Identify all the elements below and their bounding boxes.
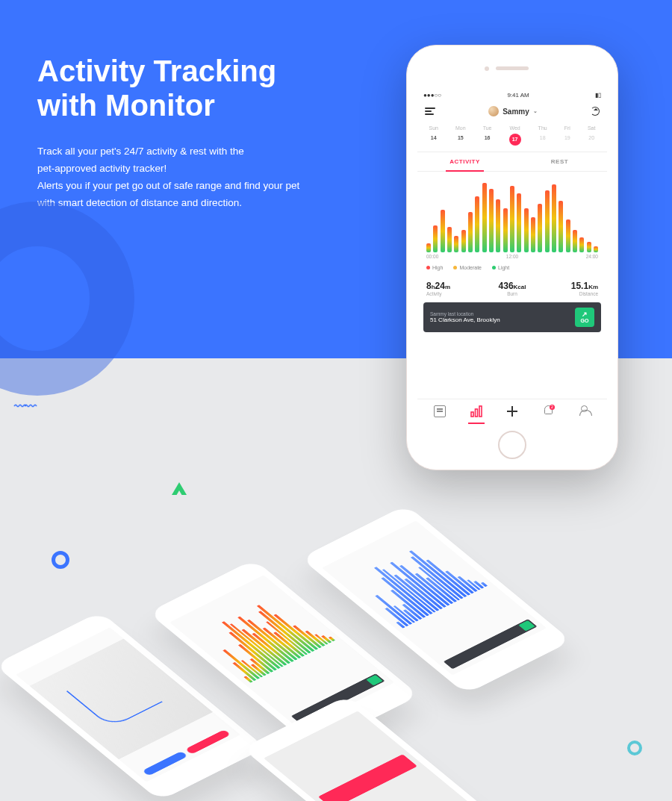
route-line-icon — [66, 665, 163, 728]
chart-bar — [454, 236, 458, 252]
activity-chart-small — [169, 575, 342, 687]
day-wed[interactable]: Wed17 — [509, 124, 521, 146]
chart-bar — [579, 237, 584, 252]
day-sat[interactable]: Sat20 — [588, 124, 596, 146]
chart-bar — [587, 242, 591, 252]
chart-bar — [517, 193, 521, 252]
day-sun[interactable]: Sun14 — [429, 124, 438, 146]
phone-mockup-main: ●●●○○ 9:41 AM ▮▯ Sammy ⌄ Sun14 Mon15 Tue… — [406, 45, 618, 470]
pet-avatar-icon — [488, 106, 499, 116]
nav-feed-icon[interactable] — [434, 405, 446, 417]
legend-light: Light — [492, 265, 509, 270]
phone-camera — [485, 66, 489, 71]
go-button-small[interactable] — [518, 620, 535, 631]
status-bar: ●●●○○ 9:41 AM ▮▯ — [417, 89, 607, 102]
go-button-small[interactable] — [366, 675, 382, 685]
battery-icon: ▮▯ — [595, 92, 601, 99]
chart-bar — [489, 189, 494, 252]
refresh-icon[interactable] — [591, 107, 600, 116]
chart-bar — [496, 199, 500, 252]
chart-bar — [468, 212, 473, 252]
app-screen: ●●●○○ 9:41 AM ▮▯ Sammy ⌄ Sun14 Mon15 Tue… — [417, 89, 607, 423]
app-header: Sammy ⌄ — [417, 102, 607, 121]
location-label: Sammy last location — [430, 311, 500, 317]
chart-x-axis: 00:0012:0024:00 — [417, 254, 607, 259]
stat-burn: 436Kcal Burn — [484, 281, 541, 296]
decor-zigzag-icon: 〰〰 — [14, 400, 35, 414]
chart-bar — [503, 208, 508, 252]
chart-bar — [552, 184, 556, 252]
legend-moderate: Moderate — [453, 265, 482, 270]
phone-home-button — [498, 431, 526, 459]
chart-bar — [594, 246, 598, 252]
menu-icon[interactable] — [425, 107, 435, 115]
stat-distance: 15.1Km Distance — [541, 281, 598, 296]
chart-bar — [573, 230, 577, 252]
alert-banner — [318, 754, 417, 801]
tab-activity[interactable]: ACTIVITY — [417, 152, 512, 171]
chart-bar — [566, 219, 570, 252]
chart-bar — [538, 204, 542, 252]
week-day-picker: Sun14 Mon15 Tue16 Wed17 Thu18 Fri19 Sat2… — [417, 121, 607, 152]
chart-bar — [524, 208, 529, 252]
pet-name-label: Sammy — [503, 107, 529, 116]
chart-bar — [433, 225, 438, 252]
location-card[interactable]: Sammy last location 51 Clarkson Ave, Bro… — [423, 302, 601, 332]
chart-bar — [531, 217, 535, 252]
stats-row: 8h24m Activity 436Kcal Burn 15.1Km Dista… — [417, 276, 607, 302]
nav-profile-icon[interactable] — [579, 405, 591, 417]
tab-bar: ACTIVITY REST — [417, 152, 607, 172]
decor-circle-blue-icon — [52, 551, 69, 569]
chart-bar — [426, 243, 431, 252]
map-view — [30, 639, 214, 760]
location-card-small — [444, 619, 538, 669]
go-button[interactable]: GO — [575, 308, 594, 327]
bottom-nav — [417, 399, 607, 423]
svg-rect-0 — [471, 412, 473, 417]
day-tue[interactable]: Tue16 — [483, 124, 492, 146]
nav-add-icon[interactable] — [506, 405, 518, 417]
tab-rest[interactable]: REST — [512, 152, 607, 171]
get-help-button[interactable] — [185, 729, 231, 755]
stat-activity: 8h24m Activity — [426, 281, 484, 296]
location-address: 51 Clarkson Ave, Brooklyn — [430, 317, 500, 323]
signal-icon: ●●●○○ — [423, 92, 441, 99]
chevron-down-icon: ⌄ — [533, 108, 538, 114]
chart-bar — [461, 230, 466, 252]
nav-chart-icon[interactable] — [470, 405, 482, 417]
chart-bar — [447, 227, 452, 252]
chart-bar — [545, 190, 550, 252]
day-thu[interactable]: Thu18 — [538, 124, 547, 146]
legend-high: High — [426, 265, 443, 270]
chart-bar — [482, 183, 487, 252]
hero-description: Track all your pet's 24/7 activity & res… — [37, 143, 336, 212]
chart-legend: High Moderate Light — [417, 259, 607, 276]
day-fri[interactable]: Fri19 — [564, 124, 570, 146]
status-time: 9:41 AM — [507, 92, 529, 99]
rest-chart-small — [322, 520, 494, 632]
svg-rect-1 — [475, 409, 477, 417]
activity-chart — [417, 172, 607, 254]
phone-speaker — [496, 66, 529, 70]
chart-bar — [559, 201, 563, 252]
chart-bar — [441, 210, 445, 252]
nav-notifications-icon[interactable] — [542, 405, 554, 417]
day-mon[interactable]: Mon15 — [455, 124, 466, 146]
decor-circle-teal-icon — [627, 741, 642, 755]
svg-rect-2 — [479, 406, 482, 417]
pet-selector[interactable]: Sammy ⌄ — [488, 106, 538, 116]
found-it-button[interactable] — [142, 751, 187, 776]
decor-triangle-icon — [172, 475, 187, 495]
decor-circle-large — [0, 202, 134, 396]
chart-bar — [510, 186, 514, 252]
chart-bar — [475, 196, 479, 252]
